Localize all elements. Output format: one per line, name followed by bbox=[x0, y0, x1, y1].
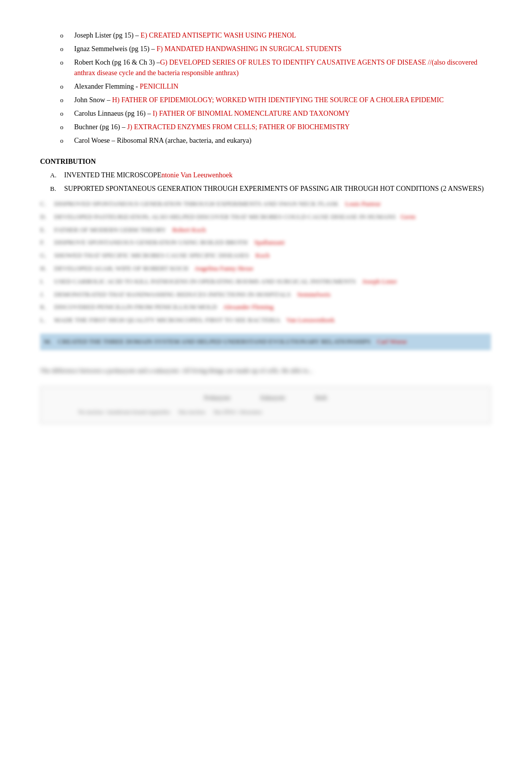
alpha-marker-b: B. bbox=[50, 184, 64, 194]
black-part: Carol Woese – Ribosomal RNA (archae, bac… bbox=[74, 137, 251, 144]
item-text: Alexander Flemming - PENICILLIN bbox=[74, 81, 491, 92]
blurred-content: C. DISPROVED SPONTANEOUS GENERATION THRO… bbox=[40, 199, 491, 326]
blurred-marker: J. bbox=[40, 290, 54, 300]
blurred-marker: G. bbox=[40, 250, 54, 261]
item-text: Joseph Lister (pg 15) – E) CREATED ANTIS… bbox=[74, 30, 491, 41]
blurred-text: DEMONSTRATED THAT HANDWASHING REDUCES IN… bbox=[54, 290, 491, 300]
red-part: E) CREATED ANTISEPTIC WASH USING PHENOL bbox=[141, 32, 296, 39]
black-part: John Snow – bbox=[74, 96, 112, 104]
red-part: ntonie Van Leeuwenhoek bbox=[161, 171, 232, 179]
red-part: H) FATHER OF EPIDEMIOLOGY; WORKED WITH I… bbox=[112, 96, 444, 104]
blurred-row-k: K. DISCOVERED PENICILLIN FROM PENICILLIU… bbox=[40, 302, 491, 313]
contribution-header: CONTRIBUTION bbox=[40, 158, 491, 166]
black-part: Alexander Flemming - bbox=[74, 83, 140, 90]
comparison-details: No nucleus / membrane-bound organelles H… bbox=[47, 407, 484, 417]
bottom-comparison-box: Prokaryote Eukaryote Both No nucleus / m… bbox=[40, 386, 491, 424]
blurred-marker: E. bbox=[40, 225, 54, 235]
blurred-highlight-row: M. CREATED THE THREE DOMAIN SYSTEM AND H… bbox=[40, 334, 491, 350]
alpha-text-b: SUPPORTED SPONTANEOUS GENERATION THROUGH… bbox=[64, 183, 491, 194]
blurred-text: DEVELOPED AGAR; WIFE OF ROBERT KOCH Ange… bbox=[54, 264, 491, 274]
alpha-marker-a: A. bbox=[50, 170, 64, 180]
bullet-marker: o bbox=[60, 122, 74, 132]
black-part: SUPPORTED SPONTANEOUS GENERATION THROUGH… bbox=[64, 185, 484, 192]
item-text: Buchner (pg 16) – J) EXTRACTED ENZYMES F… bbox=[74, 122, 491, 132]
blurred-marker: C. bbox=[40, 199, 54, 209]
main-content: o Joseph Lister (pg 15) – E) CREATED ANT… bbox=[40, 30, 491, 424]
red-part: J) EXTRACTED ENZYMES FROM CELLS; FATHER … bbox=[127, 123, 350, 131]
blurred-row-i: I. USED CARBOLIC ACID TO KILL PATHOGENS … bbox=[40, 277, 491, 287]
blurred-marker: F. bbox=[40, 237, 54, 248]
list-item: o Buchner (pg 16) – J) EXTRACTED ENZYMES… bbox=[60, 122, 491, 132]
bullet-marker: o bbox=[60, 82, 74, 92]
bullet-marker: o bbox=[60, 58, 74, 68]
blurred-text: DEVELOPED PASTEURIZATION; ALSO HELPED DI… bbox=[54, 212, 491, 222]
item-text: John Snow – H) FATHER OF EPIDEMIOLOGY; W… bbox=[74, 95, 491, 105]
bullet-marker: o bbox=[60, 95, 74, 105]
blurred-row-d: D. DEVELOPED PASTEURIZATION; ALSO HELPED… bbox=[40, 212, 491, 222]
blurred-marker: D. bbox=[40, 212, 54, 222]
red-part: F) MANDATED HANDWASHING IN SURGICAL STUD… bbox=[156, 45, 341, 53]
blurred-marker: I. bbox=[40, 277, 54, 287]
blurred-marker: H. bbox=[40, 264, 54, 274]
blurred-row-h: H. DEVELOPED AGAR; WIFE OF ROBERT KOCH A… bbox=[40, 264, 491, 274]
bullet-marker: o bbox=[60, 44, 74, 54]
blurred-marker: L. bbox=[40, 315, 54, 326]
blurred-row-g: G. SHOWED THAT SPECIFIC MICROBES CAUSE S… bbox=[40, 250, 491, 261]
blurred-text: USED CARBOLIC ACID TO KILL PATHOGENS IN … bbox=[54, 277, 491, 287]
blurred-text: MADE THE FIRST HIGH QUALITY MICROSCOPES;… bbox=[54, 315, 491, 326]
alpha-text-a: INVENTED THE MICROSCOPEntonie Van Leeuwe… bbox=[64, 170, 491, 180]
list-item: o Alexander Flemming - PENICILLIN bbox=[60, 81, 491, 92]
blurred-highlight-text: M. CREATED THE THREE DOMAIN SYSTEM AND H… bbox=[44, 338, 407, 345]
black-part: Joseph Lister (pg 15) – bbox=[74, 32, 141, 39]
list-item: o Joseph Lister (pg 15) – E) CREATED ANT… bbox=[60, 30, 491, 41]
blurred-row-f: F. DISPROVE SPONTANEOUS GENERATION USING… bbox=[40, 237, 491, 248]
blurred-text: FATHER OF MODERN GERM THEORY Robert Koch bbox=[54, 225, 491, 235]
blurred-text: SHOWED THAT SPECIFIC MICROBES CAUSE SPEC… bbox=[54, 250, 491, 261]
bottom-paragraph: The difference between a prokaryote and … bbox=[40, 365, 491, 376]
alpha-list: A. INVENTED THE MICROSCOPEntonie Van Lee… bbox=[50, 170, 491, 194]
item-text: Carolus Linnaeus (pg 16) – I) FATHER OF … bbox=[74, 108, 491, 119]
eukaryote-label: Eukaryote bbox=[260, 393, 285, 404]
blurred-text: DISPROVE SPONTANEOUS GENERATION USING BO… bbox=[54, 237, 491, 248]
scientist-list: o Joseph Lister (pg 15) – E) CREATED ANT… bbox=[60, 30, 491, 146]
blurred-row-l: L. MADE THE FIRST HIGH QUALITY MICROSCOP… bbox=[40, 315, 491, 326]
bottom-text: The difference between a prokaryote and … bbox=[40, 367, 313, 374]
bullet-marker: o bbox=[60, 136, 74, 146]
alpha-item-b: B. SUPPORTED SPONTANEOUS GENERATION THRO… bbox=[50, 183, 491, 194]
contribution-section: CONTRIBUTION A. INVENTED THE MICROSCOPEn… bbox=[40, 158, 491, 350]
black-part: Buchner (pg 16) – bbox=[74, 123, 127, 131]
blurred-text: DISPROVED SPONTANEOUS GENERATION THROUGH… bbox=[54, 199, 491, 209]
bullet-marker: o bbox=[60, 31, 74, 41]
blurred-row-j: J. DEMONSTRATED THAT HANDWASHING REDUCES… bbox=[40, 290, 491, 300]
blurred-marker: K. bbox=[40, 302, 54, 313]
list-item: o Robert Koch (pg 16 & Ch 3) –G) DEVELOP… bbox=[60, 57, 491, 78]
prokaryote-label: Prokaryote bbox=[204, 393, 230, 404]
list-item: o John Snow – H) FATHER OF EPIDEMIOLOGY;… bbox=[60, 95, 491, 105]
both-label: Both bbox=[315, 393, 327, 404]
black-part: Robert Koch (pg 16 & Ch 3) – bbox=[74, 59, 160, 66]
blurred-row-e: E. FATHER OF MODERN GERM THEORY Robert K… bbox=[40, 225, 491, 235]
black-part: Carolus Linnaeus (pg 16) – bbox=[74, 110, 153, 117]
red-part: PENICILLIN bbox=[140, 83, 178, 90]
blurred-row-c: C. DISPROVED SPONTANEOUS GENERATION THRO… bbox=[40, 199, 491, 209]
comparison-row: Prokaryote Eukaryote Both bbox=[47, 393, 484, 404]
black-part: INVENTED THE MICROSCOPE bbox=[64, 171, 161, 179]
red-part: I) FATHER OF BINOMIAL NOMENCLATURE AND T… bbox=[153, 110, 350, 117]
blurred-text: DISCOVERED PENICILLIN FROM PENICILLIUM M… bbox=[54, 302, 491, 313]
list-item: o Carolus Linnaeus (pg 16) – I) FATHER O… bbox=[60, 108, 491, 119]
alpha-item-a: A. INVENTED THE MICROSCOPEntonie Van Lee… bbox=[50, 170, 491, 180]
black-part: Ignaz Semmelweis (pg 15) – bbox=[74, 45, 156, 53]
list-item: o Carol Woese – Ribosomal RNA (archae, b… bbox=[60, 135, 491, 146]
item-text: Carol Woese – Ribosomal RNA (archae, bac… bbox=[74, 135, 491, 146]
bullet-marker: o bbox=[60, 109, 74, 119]
item-text: Robert Koch (pg 16 & Ch 3) –G) DEVELOPED… bbox=[74, 57, 491, 78]
list-item: o Ignaz Semmelweis (pg 15) – F) MANDATED… bbox=[60, 44, 491, 54]
item-text: Ignaz Semmelweis (pg 15) – F) MANDATED H… bbox=[74, 44, 491, 54]
